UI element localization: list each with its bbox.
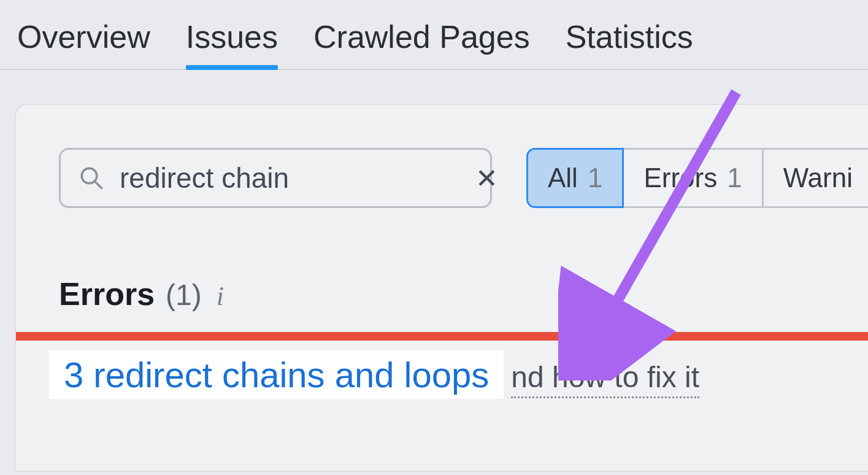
filter-warnings-label: Warni (783, 163, 853, 193)
issues-panel: ✕ All 1 Errors 1 Warni Errors (1) i 3 re… (15, 104, 868, 472)
controls-row: ✕ All 1 Errors 1 Warni (59, 148, 868, 208)
tab-statistics[interactable]: Statistics (566, 18, 693, 69)
search-input[interactable] (120, 161, 472, 195)
section-header: Errors (1) i (59, 276, 868, 312)
section-count: (1) (166, 278, 202, 312)
search-icon (78, 164, 105, 191)
info-icon[interactable]: i (217, 280, 224, 312)
filter-errors-count: 1 (727, 163, 742, 193)
filter-group: All 1 Errors 1 Warni (526, 148, 868, 208)
tab-bar: Overview Issues Crawled Pages Statistics (0, 0, 868, 70)
tab-issues[interactable]: Issues (186, 18, 278, 69)
error-severity-bar (16, 332, 868, 341)
issue-link[interactable]: 3 redirect chains and loops (49, 350, 504, 399)
clear-search-icon[interactable]: ✕ (472, 163, 502, 194)
issue-row: 3 redirect chains and loops nd how to fi… (49, 350, 699, 399)
search-box[interactable]: ✕ (59, 148, 492, 208)
filter-all-label: All (548, 163, 578, 193)
filter-errors[interactable]: Errors 1 (624, 148, 763, 208)
section-title: Errors (59, 276, 155, 312)
svg-point-0 (82, 168, 97, 183)
tab-overview[interactable]: Overview (17, 18, 150, 69)
filter-all[interactable]: All 1 (526, 148, 624, 208)
svg-line-1 (95, 182, 102, 188)
filter-all-count: 1 (588, 163, 602, 193)
issue-how-to-fix-link[interactable]: nd how to fix it (511, 360, 699, 398)
filter-errors-label: Errors (643, 163, 717, 193)
filter-warnings[interactable]: Warni (764, 148, 868, 208)
tab-crawled-pages[interactable]: Crawled Pages (313, 18, 530, 69)
